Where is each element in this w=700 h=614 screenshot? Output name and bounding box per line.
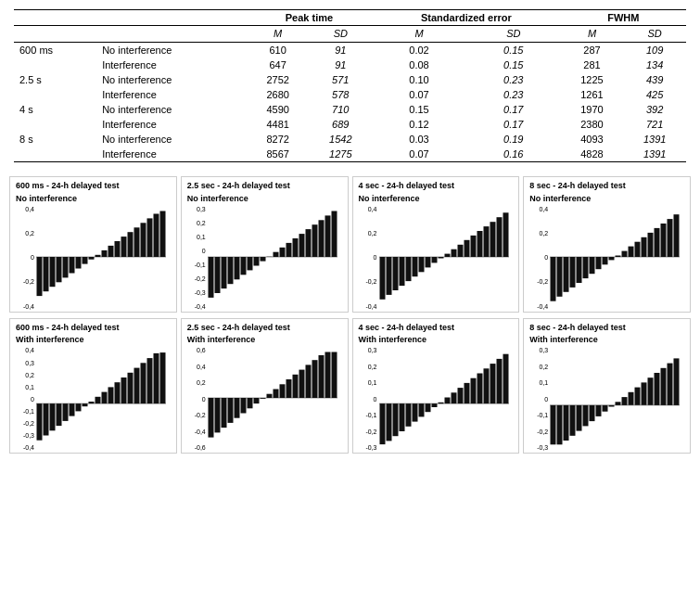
svg-rect-155	[596, 405, 602, 416]
y-axis: 0,40,20-0,2-0,4	[529, 206, 548, 310]
svg-rect-97	[115, 383, 121, 404]
svg-rect-73	[609, 257, 615, 260]
data-cell: 1542	[309, 132, 372, 147]
chart-inner: 0,60,40,20-0,2-0,4-0,6	[187, 347, 344, 451]
svg-rect-127	[379, 403, 385, 444]
svg-rect-144	[490, 364, 495, 403]
chart-1-2: 4 sec - 24-h delayed testNo interference…	[352, 176, 520, 313]
condition-label	[14, 87, 96, 102]
data-cell: 0.07	[372, 147, 466, 162]
chart-title: 8 sec - 24-h delayed test	[529, 181, 686, 192]
y-axis: 0,30,20,10-0,1-0,2-0,3-0,4	[187, 206, 206, 310]
svg-rect-149	[557, 405, 563, 444]
svg-rect-38	[312, 224, 317, 257]
svg-rect-125	[331, 352, 337, 399]
y-tick: 0,2	[16, 372, 34, 378]
empty-header	[14, 10, 247, 26]
svg-rect-87	[50, 403, 56, 430]
y-tick: 0,3	[187, 206, 206, 212]
y-tick: 0	[187, 396, 206, 403]
svg-rect-132	[412, 403, 417, 422]
y-tick: 0,2	[187, 220, 206, 226]
svg-rect-108	[221, 398, 226, 428]
svg-rect-106	[208, 398, 213, 438]
y-tick: -0,1	[16, 408, 34, 415]
y-tick: 0	[16, 254, 34, 261]
y-tick: 0,2	[529, 364, 548, 370]
svg-rect-163	[648, 378, 654, 406]
y-tick: -0,3	[359, 444, 377, 451]
svg-rect-32	[273, 251, 278, 256]
data-cell: 439	[623, 72, 686, 87]
chart-2-3: 8 sec - 24-h delayed testWith interferen…	[523, 318, 691, 454]
chart-title: 600 ms - 24-h delayed test	[16, 181, 172, 192]
y-tick: 0	[187, 248, 206, 254]
data-cell: 0.08	[372, 58, 466, 72]
chart-subtitle: No interference	[529, 194, 686, 203]
bar-chart-svg	[36, 347, 172, 451]
svg-rect-67	[570, 257, 576, 288]
sub-condition-label: Interference	[96, 117, 247, 132]
svg-rect-150	[564, 405, 569, 441]
chart-inner: 0,40,30,20,10-0,1-0,2-0,3-0,4	[16, 347, 172, 451]
chart-1-0: 600 ms - 24-h delayed testNo interferenc…	[9, 176, 177, 313]
chart-subtitle: No interference	[359, 194, 515, 203]
svg-rect-115	[266, 394, 272, 398]
svg-rect-76	[629, 246, 634, 256]
data-cell: 1225	[561, 72, 624, 87]
svg-rect-5	[63, 257, 69, 277]
svg-rect-48	[412, 257, 417, 276]
y-tick: -0,2	[187, 275, 206, 282]
svg-rect-94	[95, 397, 101, 403]
svg-rect-23	[214, 257, 220, 293]
bar-chart-svg	[36, 206, 172, 310]
y-tick: 0	[359, 254, 377, 261]
svg-rect-119	[292, 375, 298, 398]
chart-title: 8 sec - 24-h delayed test	[529, 323, 686, 334]
bar-chart-svg	[379, 206, 515, 310]
sub-condition-label: No interference	[96, 132, 247, 147]
y-tick: -0,2	[16, 420, 34, 427]
svg-rect-40	[325, 215, 330, 257]
data-cell: 2380	[561, 117, 624, 132]
svg-rect-69	[583, 257, 589, 278]
svg-rect-80	[655, 228, 660, 257]
y-tick: 0,4	[16, 347, 34, 353]
svg-rect-62	[503, 212, 508, 257]
svg-rect-29	[253, 257, 259, 266]
y-tick: -0,4	[359, 303, 377, 310]
svg-rect-9	[89, 257, 95, 260]
svg-rect-88	[57, 403, 62, 426]
svg-rect-7	[76, 257, 82, 269]
svg-rect-50	[425, 257, 430, 267]
svg-rect-44	[386, 257, 391, 295]
svg-rect-116	[273, 390, 278, 399]
svg-rect-75	[622, 250, 628, 256]
svg-rect-28	[247, 257, 252, 270]
y-tick: 0,2	[187, 379, 206, 386]
y-tick: 0,2	[529, 230, 548, 237]
svg-rect-58	[477, 231, 482, 257]
svg-rect-123	[318, 355, 324, 398]
condition-label: 8 s	[14, 132, 96, 147]
data-cell: 2752	[247, 72, 310, 87]
data-cell: 109	[623, 43, 686, 58]
svg-rect-33	[279, 247, 285, 256]
y-axis: 0,30,20,10-0,1-0,2-0,3	[359, 347, 377, 451]
svg-rect-130	[399, 403, 404, 431]
svg-rect-98	[121, 377, 127, 403]
data-cell: 0.03	[372, 132, 466, 147]
svg-rect-64	[551, 257, 556, 301]
data-cell: 134	[623, 58, 686, 72]
y-tick: -0,4	[529, 303, 548, 310]
svg-rect-89	[63, 403, 69, 421]
chart-1-1: 2.5 sec - 24-h delayed testNo interferen…	[181, 176, 349, 313]
svg-rect-65	[557, 257, 563, 297]
svg-rect-93	[89, 402, 95, 403]
y-axis: 0,30,20,10-0,1-0,2-0,3	[529, 347, 548, 451]
chart-2-2: 4 sec - 24-h delayed testWith interferen…	[352, 318, 520, 454]
condition-label: 2.5 s	[14, 72, 96, 87]
peak-sd-header: SD	[309, 26, 372, 43]
bar-chart-svg	[550, 206, 686, 310]
svg-rect-68	[577, 257, 582, 283]
